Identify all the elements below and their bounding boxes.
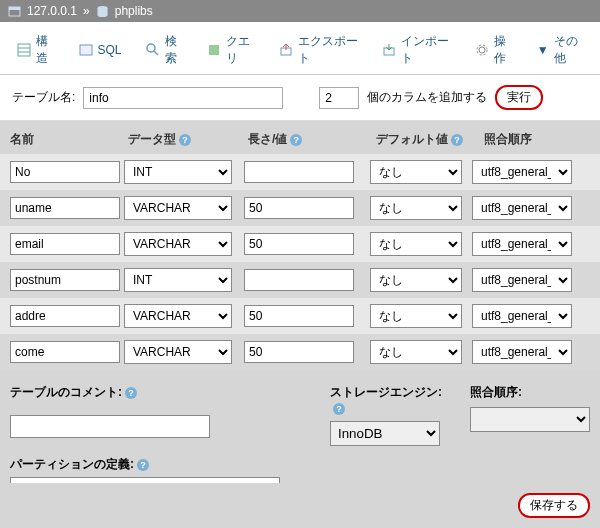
col-default-select[interactable]: なし [370,304,462,328]
table-options: テーブルのコメント:? ストレージエンジン:? InnoDB 照合順序: [0,370,600,450]
tab-export[interactable]: エクスポート [268,26,369,74]
col-collation-select[interactable]: utf8_general_ci [472,160,572,184]
col-name-input[interactable] [10,233,120,255]
tab-label: エクスポート [298,33,358,67]
header-name: 名前 [10,131,128,148]
addcols-input[interactable] [319,87,359,109]
breadcrumb-sep: » [83,4,90,18]
col-name-input[interactable] [10,197,120,219]
sql-icon [79,43,93,57]
col-length-input[interactable] [244,269,354,291]
tab-label: 検索 [165,33,184,67]
tab-label: その他 [554,33,583,67]
header-length: 長さ/値? [248,131,376,148]
col-type-select[interactable]: VARCHAR [124,196,232,220]
col-length-input[interactable] [244,305,354,327]
col-default-select[interactable]: なし [370,268,462,292]
tab-bar: 構造 SQL 検索 クエリ エクスポート インポート 操作 ▼その他 [0,22,600,75]
col-type-select[interactable]: INT [124,268,232,292]
tab-operations[interactable]: 操作 [464,26,524,74]
col-default-select[interactable]: なし [370,160,462,184]
save-button[interactable]: 保存する [518,493,590,518]
col-type-select[interactable]: INT [124,160,232,184]
tab-label: クエリ [226,33,255,67]
engine-label: ストレージエンジン:? [330,384,450,415]
col-length-input[interactable] [244,161,354,183]
column-row: VARCHARなしutf8_general_ci [0,226,600,262]
col-length-input[interactable] [244,341,354,363]
col-collation-select[interactable]: utf8_general_ci [472,232,572,256]
tab-search[interactable]: 検索 [135,26,195,74]
svg-rect-1 [9,7,20,10]
grid-header: 名前 データ型? 長さ/値? デフォルト値? 照合順序 [0,129,600,154]
col-default-select[interactable]: なし [370,232,462,256]
col-name-input[interactable] [10,341,120,363]
svg-point-14 [479,47,485,53]
table-collation-label: 照合順序: [470,384,590,401]
col-collation-select[interactable]: utf8_general_ci [472,304,572,328]
execute-button[interactable]: 実行 [495,85,543,110]
tab-query[interactable]: クエリ [196,26,266,74]
chevron-down-icon: ▼ [537,43,549,57]
tab-more[interactable]: ▼その他 [526,26,594,74]
header-default: デフォルト値? [376,131,484,148]
column-row: INTなしutf8_general_ci [0,262,600,298]
footer: 保存する [0,483,600,528]
col-collation-select[interactable]: utf8_general_ci [472,196,572,220]
help-icon[interactable]: ? [179,134,191,146]
header-collation: 照合順序 [484,131,590,148]
column-row: VARCHARなしutf8_general_ci [0,298,600,334]
breadcrumb: 127.0.0.1 » phplibs [0,0,600,22]
col-collation-select[interactable]: utf8_general_ci [472,340,572,364]
svg-point-9 [147,44,155,52]
col-name-input[interactable] [10,305,120,327]
col-default-select[interactable]: なし [370,340,462,364]
tab-label: SQL [98,43,122,57]
structure-icon [17,43,31,57]
col-length-input[interactable] [244,197,354,219]
engine-select[interactable]: InnoDB [330,421,440,446]
gear-icon [475,43,489,57]
table-collation-select[interactable] [470,407,590,432]
tab-sql[interactable]: SQL [68,26,133,74]
help-icon[interactable]: ? [290,134,302,146]
server-icon [8,4,21,18]
col-length-input[interactable] [244,233,354,255]
col-type-select[interactable]: VARCHAR [124,340,232,364]
col-collation-select[interactable]: utf8_general_ci [472,268,572,292]
breadcrumb-db[interactable]: phplibs [115,4,153,18]
svg-rect-5 [18,44,30,56]
help-icon[interactable]: ? [137,459,149,471]
svg-point-4 [97,13,107,17]
columns-grid: 名前 データ型? 長さ/値? デフォルト値? 照合順序 INTなしutf8_ge… [0,121,600,370]
tab-structure[interactable]: 構造 [6,26,66,74]
help-icon[interactable]: ? [451,134,463,146]
svg-rect-11 [209,45,219,55]
help-icon[interactable]: ? [125,387,137,399]
breadcrumb-server[interactable]: 127.0.0.1 [27,4,77,18]
tablename-input[interactable] [83,87,283,109]
query-icon [207,43,221,57]
addcols-label: 個のカラムを追加する [367,89,487,106]
tab-label: インポート [401,33,451,67]
export-icon [279,43,293,57]
tab-label: 操作 [494,33,513,67]
comment-input[interactable] [10,415,210,438]
tablename-label: テーブル名: [12,89,75,106]
db-icon [96,4,109,18]
col-name-input[interactable] [10,161,120,183]
tab-import[interactable]: インポート [371,26,462,74]
col-name-input[interactable] [10,269,120,291]
col-default-select[interactable]: なし [370,196,462,220]
svg-line-10 [154,51,158,55]
comment-label: テーブルのコメント:? [10,384,310,401]
tab-label: 構造 [36,33,55,67]
help-icon[interactable]: ? [333,403,345,415]
col-type-select[interactable]: VARCHAR [124,232,232,256]
col-type-select[interactable]: VARCHAR [124,304,232,328]
partition-label: パーティションの定義:? [10,457,149,471]
column-row: VARCHARなしutf8_general_ci [0,334,600,370]
column-row: INTなしutf8_general_ci [0,154,600,190]
svg-rect-8 [80,45,92,55]
table-name-form: テーブル名: 個のカラムを追加する 実行 [0,75,600,121]
